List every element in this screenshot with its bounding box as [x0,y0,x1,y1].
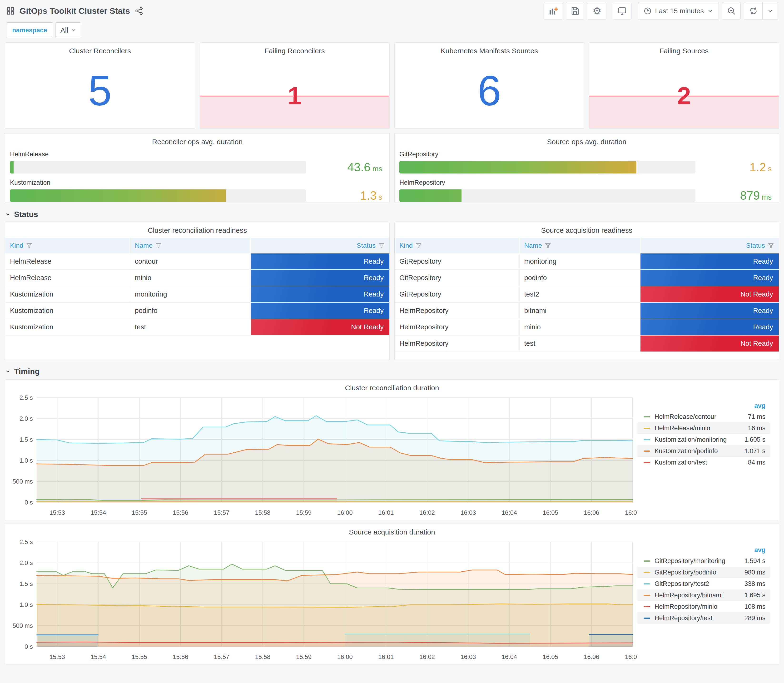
share-icon[interactable] [135,6,143,15]
legend-series-color [644,583,650,585]
time-range-picker[interactable]: Last 15 minutes [638,2,719,20]
legend-series-color [644,462,650,463]
svg-text:0 s: 0 s [24,643,33,650]
bar-gauge-track [10,189,306,202]
chevron-down-icon [71,27,76,33]
panel-title[interactable]: Source acquisition readiness [394,222,779,234]
gear-icon: ⚙ [592,6,601,16]
panel-title[interactable]: Cluster Reconcilers [5,43,195,55]
table-row: GitRepositorypodinfoReady [394,270,779,286]
cycle-view-mode-button[interactable] [613,2,632,20]
stat-panel-failing-sources: Failing Sources 2 [589,42,779,128]
table-row: KustomizationpodinfoReady [5,303,390,319]
legend-series-name[interactable]: Kustomization/monitoring [654,436,727,443]
svg-text:15:59: 15:59 [296,509,311,516]
svg-text:15:56: 15:56 [173,509,188,516]
column-header-kind[interactable]: Kind [5,238,130,253]
legend-series-name[interactable]: HelmRepository/minio [654,603,727,611]
dashboard: GitOps Toolkit Cluster Stats ⚙ [0,0,784,683]
refresh-interval-dropdown[interactable] [763,2,778,20]
refresh-icon [749,6,758,16]
dashboard-settings-button[interactable]: ⚙ [588,2,606,20]
panel-title[interactable]: Source acquisition duration [5,524,779,536]
filter-icon[interactable] [378,242,385,249]
panel-title[interactable]: Cluster reconciliation duration [5,380,779,392]
svg-text:16:03: 16:03 [460,653,476,661]
filter-icon[interactable] [768,242,774,249]
search-minus-icon [727,6,736,16]
svg-text:16:04: 16:04 [502,509,517,516]
svg-text:16:04: 16:04 [502,653,517,661]
variable-namespace-label[interactable]: namespace [6,22,53,38]
legend-avg-header[interactable]: avg [637,401,770,411]
cell-name: minio [130,270,251,286]
legend-series-color [644,560,650,562]
legend-series-avg: 980 ms [727,569,765,576]
section-status[interactable]: Status [5,210,779,219]
bar-gauge-label: Kustomization [10,179,385,186]
status-badge: Ready [640,303,779,319]
panel-add-icon [548,6,558,16]
zoom-out-button[interactable] [722,2,741,20]
chart-legend: avg HelmRelease/contour71 msHelmRelease/… [637,392,772,520]
column-header-kind[interactable]: Kind [394,238,519,253]
column-header-name[interactable]: Name [130,238,251,253]
panel-title[interactable]: Failing Reconcilers [200,43,390,55]
add-panel-button[interactable] [544,2,563,20]
panel-title[interactable]: Source ops avg. duration [399,133,774,146]
legend-item: GitRepository/podinfo980 ms [637,567,770,578]
bar-gauge-fill [10,189,226,202]
svg-text:16:05: 16:05 [543,509,558,516]
filter-icon[interactable] [545,242,551,249]
panel-title[interactable]: Cluster reconciliation readiness [5,222,390,234]
filter-icon[interactable] [26,242,32,249]
legend-series-name[interactable]: GitRepository/podinfo [654,569,727,576]
time-series-plot[interactable]: 0 s500 ms1.0 s1.5 s2.0 s2.5 s15:5315:541… [6,537,637,664]
chart-panel-source-acquisition-duration: Source acquisition duration 0 s500 ms1.0… [5,524,779,664]
column-header-status[interactable]: Status [640,238,779,253]
refresh-button[interactable] [744,2,763,20]
cell-kind: Kustomization [5,319,130,335]
filter-icon[interactable] [156,242,162,249]
column-header-name[interactable]: Name [519,238,640,253]
legend-series-name[interactable]: HelmRelease/contour [654,413,727,420]
legend-series-name[interactable]: GitRepository/monitoring [654,557,727,565]
svg-text:16:01: 16:01 [378,653,394,661]
stat-value: 1 [288,83,301,108]
legend-item: Kustomization/test84 ms [637,457,770,468]
apps-grid-icon[interactable] [6,6,15,15]
cell-name: test [519,335,640,351]
cell-name: monitoring [519,253,640,269]
panel-title[interactable]: Reconciler ops avg. duration [10,133,385,146]
time-series-plot[interactable]: 0 s500 ms1.0 s1.5 s2.0 s2.5 s15:5315:541… [6,393,637,520]
cell-kind: Kustomization [5,286,130,302]
legend-avg-header[interactable]: avg [637,545,770,555]
bar-gauge-row: Kustomization1.3s [10,179,385,202]
legend-series-avg: 108 ms [727,603,765,611]
section-timing[interactable]: Timing [5,367,779,376]
gauge-panel-source-ops: Source ops avg. duration GitRepository1.… [394,133,779,203]
legend-series-name[interactable]: Kustomization/test [654,459,727,466]
legend-series-name[interactable]: HelmRepository/test [654,614,727,622]
stat-panel-cluster-reconcilers: Cluster Reconcilers 5 [5,42,195,128]
svg-text:0 s: 0 s [24,499,33,506]
variable-namespace-selected: All [61,26,68,34]
legend-series-name[interactable]: HelmRepository/bitnami [654,592,727,599]
status-badge: Not Ready [640,335,779,351]
svg-text:16:02: 16:02 [419,653,435,661]
legend-series-name[interactable]: HelmRelease/minio [654,425,727,432]
svg-text:15:55: 15:55 [131,653,147,661]
panel-title[interactable]: Kubernetes Manifests Sources [394,43,584,55]
column-label: Status [746,242,765,249]
column-label: Status [357,242,375,249]
cell-name: podinfo [130,303,251,319]
legend-series-name[interactable]: Kustomization/podinfo [654,447,727,455]
svg-text:15:54: 15:54 [90,509,106,516]
variable-namespace-value[interactable]: All [56,22,81,38]
bar-gauge-label: HelmRelease [10,151,385,158]
filter-icon[interactable] [415,242,422,249]
legend-series-name[interactable]: GitRepository/test2 [654,580,727,588]
column-header-status[interactable]: Status [251,238,390,253]
panel-title[interactable]: Failing Sources [589,43,779,55]
save-dashboard-button[interactable] [566,2,584,20]
